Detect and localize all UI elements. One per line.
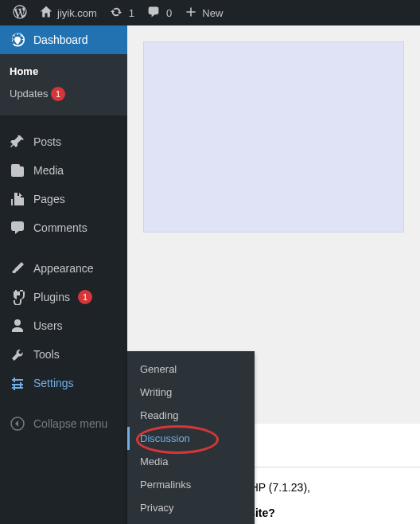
settings-flyout: General Writing Reading Discussion Media… bbox=[127, 351, 255, 524]
menu-label: Pages bbox=[33, 193, 65, 205]
submenu-label: Updates bbox=[10, 88, 48, 100]
menu-label: Media bbox=[33, 164, 64, 177]
comments-link[interactable]: 0 bbox=[141, 0, 178, 25]
new-link[interactable]: New bbox=[178, 0, 229, 25]
submenu-home[interactable]: Home bbox=[0, 61, 127, 82]
updates-badge: 1 bbox=[51, 87, 65, 101]
menu-label: Tools bbox=[33, 348, 60, 361]
collapse-icon bbox=[10, 416, 25, 432]
menu-label: Posts bbox=[33, 135, 61, 148]
home-icon bbox=[40, 6, 52, 21]
dashboard-icon bbox=[10, 32, 25, 48]
plugins-badge: 1 bbox=[78, 290, 92, 304]
updates-link[interactable]: 1 bbox=[103, 0, 141, 25]
collapse-menu[interactable]: Collapse menu bbox=[0, 409, 127, 438]
wp-logo[interactable] bbox=[6, 0, 33, 25]
comment-icon bbox=[10, 220, 25, 236]
flyout-general[interactable]: General bbox=[127, 358, 255, 381]
menu-posts[interactable]: Posts bbox=[0, 127, 127, 156]
menu-pages[interactable]: Pages bbox=[0, 185, 127, 213]
flyout-permalinks[interactable]: Permalinks bbox=[127, 473, 255, 496]
wordpress-icon bbox=[13, 5, 27, 22]
admin-sidebar: Dashboard Home Updates 1 Posts Media bbox=[0, 25, 127, 524]
admin-toolbar: jiyik.com 1 0 New bbox=[0, 0, 420, 25]
menu-label: Users bbox=[33, 319, 63, 332]
flyout-privacy[interactable]: Privacy bbox=[127, 496, 255, 519]
comments-count: 0 bbox=[166, 7, 172, 19]
submenu-updates[interactable]: Updates 1 bbox=[0, 82, 127, 106]
menu-label: Collapse menu bbox=[33, 417, 107, 430]
comment-icon bbox=[147, 6, 160, 21]
flyout-reading[interactable]: Reading bbox=[127, 404, 255, 427]
new-label: New bbox=[202, 7, 223, 19]
menu-plugins[interactable]: Plugins 1 bbox=[0, 283, 127, 311]
dashboard-submenu: Home Updates 1 bbox=[0, 54, 127, 115]
menu-appearance[interactable]: Appearance bbox=[0, 254, 127, 283]
media-icon bbox=[10, 162, 25, 178]
updates-count: 1 bbox=[129, 7, 134, 19]
menu-settings[interactable]: Settings bbox=[0, 369, 127, 397]
settings-icon bbox=[10, 375, 25, 391]
menu-label: Comments bbox=[33, 221, 88, 234]
flyout-writing[interactable]: Writing bbox=[127, 381, 255, 404]
flyout-discussion[interactable]: Discussion bbox=[127, 427, 255, 450]
update-icon bbox=[110, 6, 122, 21]
menu-label: Plugins bbox=[33, 291, 70, 303]
menu-comments[interactable]: Comments bbox=[0, 213, 127, 242]
menu-label: Dashboard bbox=[33, 33, 88, 46]
tools-icon bbox=[10, 346, 25, 362]
page-icon bbox=[10, 191, 25, 207]
menu-media[interactable]: Media bbox=[0, 156, 127, 185]
user-icon bbox=[10, 318, 25, 334]
plus-icon bbox=[185, 6, 197, 21]
menu-label: Appearance bbox=[33, 262, 94, 275]
flyout-media[interactable]: Media bbox=[127, 450, 255, 473]
pin-icon bbox=[10, 134, 25, 150]
brush-icon bbox=[10, 260, 25, 276]
menu-users[interactable]: Users bbox=[0, 311, 127, 340]
menu-dashboard[interactable]: Dashboard bbox=[0, 25, 127, 54]
plugin-icon bbox=[10, 289, 25, 305]
menu-label: Settings bbox=[33, 377, 74, 389]
site-link[interactable]: jiyik.com bbox=[33, 0, 103, 25]
welcome-banner bbox=[143, 41, 404, 233]
menu-tools[interactable]: Tools bbox=[0, 340, 127, 369]
site-name: jiyik.com bbox=[57, 7, 97, 19]
